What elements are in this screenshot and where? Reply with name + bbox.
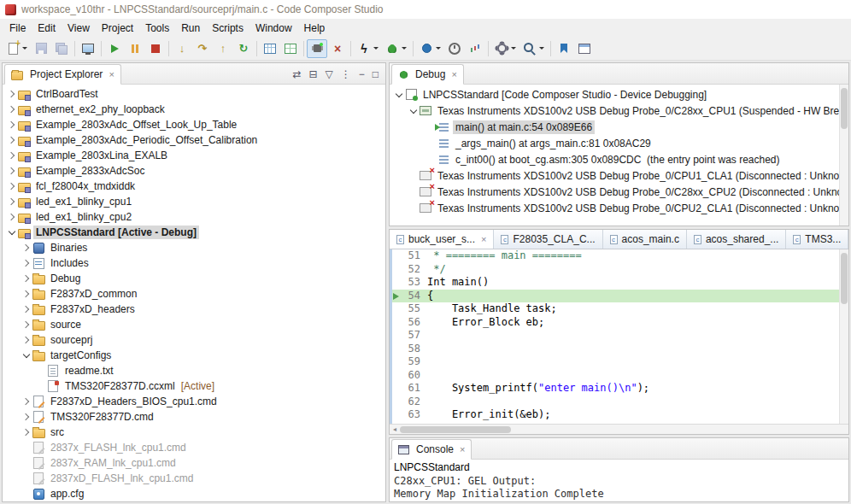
tree-item[interactable]: Example_2803xLina_EXALB xyxy=(3,148,385,163)
tab-console[interactable]: Console × xyxy=(391,439,472,460)
debug-button[interactable] xyxy=(382,39,410,58)
terminate-button[interactable] xyxy=(145,39,166,58)
chevron-right-icon[interactable] xyxy=(6,138,17,143)
scroll-left-icon[interactable]: ◂ xyxy=(390,425,400,434)
annotation-ruler[interactable] xyxy=(390,290,402,303)
chevron-right-icon[interactable] xyxy=(6,91,17,97)
annotation-ruler[interactable] xyxy=(390,408,402,422)
menu-help[interactable]: Help xyxy=(298,21,332,36)
menu-run[interactable]: Run xyxy=(175,21,206,36)
minimize-icon[interactable]: − xyxy=(359,68,365,80)
tree-item[interactable]: readme.txt xyxy=(3,363,385,378)
step-into-button[interactable] xyxy=(172,39,192,58)
annotation-ruler[interactable] xyxy=(390,302,402,316)
chevron-down-icon[interactable] xyxy=(393,93,404,97)
annotation-ruler[interactable] xyxy=(390,263,402,277)
debug-stack-frame[interactable]: _args_main() at args_main.c:81 0x08AC29 xyxy=(390,135,848,151)
tree-item[interactable]: Includes xyxy=(3,255,385,271)
tree-item[interactable]: TMS320F28377D.ccxml[Active] xyxy=(3,378,385,394)
tree-item[interactable]: F2837xD_common xyxy=(3,286,385,302)
annotation-ruler[interactable] xyxy=(390,355,402,369)
tree-item[interactable]: src xyxy=(3,425,385,440)
trace-button[interactable] xyxy=(465,39,485,58)
tree-item[interactable]: F2837xD_headers xyxy=(3,302,385,317)
tree-item[interactable]: targetConfigs xyxy=(3,348,385,363)
chevron-right-icon[interactable] xyxy=(6,214,17,220)
open-editor-button[interactable] xyxy=(574,39,595,58)
annotation-ruler[interactable] xyxy=(390,369,402,383)
annotation-ruler[interactable] xyxy=(390,316,402,330)
chevron-right-icon[interactable] xyxy=(21,307,32,312)
menu-window[interactable]: Window xyxy=(249,21,298,36)
search-button[interactable] xyxy=(519,39,548,58)
view-menu-icon[interactable]: ⋮ xyxy=(341,68,351,80)
chevron-right-icon[interactable] xyxy=(6,153,17,158)
chevron-right-icon[interactable] xyxy=(6,199,17,204)
chevron-right-icon[interactable] xyxy=(21,245,32,250)
tree-item[interactable]: TMS320F28377D.cmd xyxy=(3,409,385,425)
debug-tree-item[interactable]: Texas Instruments XDS100v2 USB Debug Pro… xyxy=(390,200,848,216)
annotation-ruler[interactable] xyxy=(390,382,402,396)
tree-item[interactable]: Debug xyxy=(3,271,385,286)
link-with-editor-icon[interactable]: ⇄ xyxy=(292,68,301,80)
tree-item-active-project[interactable]: LNPCSStandard [Active - Debug] xyxy=(3,225,385,240)
tree-item[interactable]: source xyxy=(3,317,385,332)
resume-button[interactable] xyxy=(104,39,125,58)
tree-item[interactable]: F2837xD_Headers_BIOS_cpu1.cmd xyxy=(3,394,385,409)
menu-file[interactable]: File xyxy=(3,21,32,36)
tree-item[interactable]: app.cfg xyxy=(3,486,385,501)
chevron-down-icon[interactable] xyxy=(21,354,32,357)
editor-tab[interactable]: F28035_CLA_C... xyxy=(494,230,602,249)
scrollbar-thumb[interactable] xyxy=(841,253,848,304)
debug-stack-frame[interactable]: c_int00() at boot_cg.asm:305 0x089CDC (t… xyxy=(390,151,848,167)
close-icon[interactable]: × xyxy=(481,234,486,244)
debug-tree-item[interactable]: Texas Instruments XDS100v2 USB Debug Pro… xyxy=(390,103,848,119)
new-button[interactable] xyxy=(3,39,31,58)
annotation-ruler[interactable] xyxy=(390,343,402,356)
tree-item-excluded[interactable]: 2837x_RAM_lnk_cpu1.cmd xyxy=(3,455,385,471)
debug-stack-frame[interactable]: main() at main.c:54 0x089E66 xyxy=(390,119,848,135)
chevron-right-icon[interactable] xyxy=(21,414,32,419)
breakpoints-button[interactable] xyxy=(416,39,444,58)
step-over-button[interactable] xyxy=(192,39,213,58)
tree-item[interactable]: Example_2803xAdc_Periodic_Offset_Calibra… xyxy=(3,132,385,148)
editor-tab[interactable]: acos_main.c xyxy=(603,230,687,249)
save-button[interactable] xyxy=(31,39,51,58)
registers-button[interactable] xyxy=(280,39,301,58)
chevron-down-icon[interactable] xyxy=(408,109,419,113)
chevron-right-icon[interactable] xyxy=(21,337,32,343)
menu-view[interactable]: View xyxy=(62,21,96,36)
save-all-button[interactable] xyxy=(51,39,72,58)
chevron-right-icon[interactable] xyxy=(21,276,32,281)
memory-browser-button[interactable] xyxy=(260,39,280,58)
close-icon[interactable]: × xyxy=(451,69,456,79)
chevron-down-icon[interactable] xyxy=(6,231,17,234)
debug-tree-item[interactable]: LNPCSStandard [Code Composer Studio - De… xyxy=(390,86,848,103)
editor-tab[interactable]: acos_shared_... xyxy=(687,230,786,249)
chevron-right-icon[interactable] xyxy=(21,261,32,266)
chevron-right-icon[interactable] xyxy=(21,430,32,435)
menu-tools[interactable]: Tools xyxy=(139,21,175,36)
analysis-button[interactable] xyxy=(491,39,519,58)
filter-icon[interactable]: ▽ xyxy=(326,68,333,80)
chevron-right-icon[interactable] xyxy=(6,168,17,173)
flash-button[interactable] xyxy=(354,39,382,58)
annotation-ruler[interactable] xyxy=(390,329,402,343)
tree-item[interactable]: Example_2833xAdcSoc xyxy=(3,163,385,179)
chevron-right-icon[interactable] xyxy=(6,122,17,127)
maximize-icon[interactable]: □ xyxy=(373,68,379,80)
debug-tree-item[interactable]: Texas Instruments XDS100v2 USB Debug Pro… xyxy=(390,184,848,200)
chevron-right-icon[interactable] xyxy=(21,399,32,404)
profile-button[interactable] xyxy=(444,39,465,58)
chevron-right-icon[interactable] xyxy=(6,184,17,189)
disconnect-button[interactable] xyxy=(327,39,348,58)
tree-item[interactable]: led_ex1_blinky_cpu1 xyxy=(3,194,385,209)
chevron-right-icon[interactable] xyxy=(21,291,32,296)
collapse-all-icon[interactable]: ⊟ xyxy=(308,68,317,80)
menu-scripts[interactable]: Scripts xyxy=(206,21,249,36)
chevron-right-icon[interactable] xyxy=(6,107,17,112)
menu-edit[interactable]: Edit xyxy=(32,21,62,36)
bookmark-button[interactable] xyxy=(554,39,574,58)
editor-tab[interactable]: buck_user_s...× xyxy=(390,230,494,249)
console-output[interactable]: LNPCSStandard C28xx_CPU1: GEL Output: Me… xyxy=(390,460,848,501)
